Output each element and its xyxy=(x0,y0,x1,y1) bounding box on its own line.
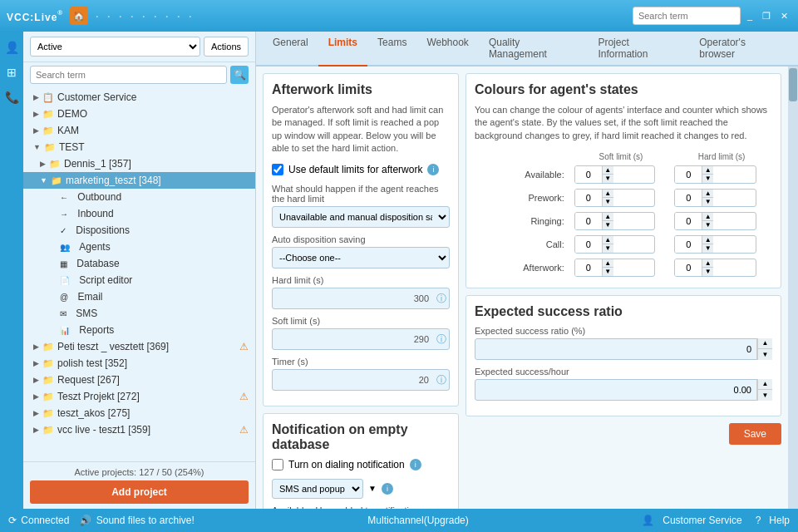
available-users-label: Available non-agent users xyxy=(272,505,308,509)
spin-prework-soft-up[interactable]: ▲ xyxy=(602,190,613,198)
tab-operators-browser[interactable]: Operator's browser xyxy=(689,32,791,66)
icon-bar-grid[interactable]: ⊞ xyxy=(2,63,21,81)
spin-ringing-hard-down[interactable]: ▼ xyxy=(702,221,713,229)
spin-ringing-hard-input[interactable] xyxy=(675,213,702,229)
sidebar-search-button[interactable]: 🔍 xyxy=(230,66,249,84)
restore-button[interactable]: ❐ xyxy=(759,9,774,23)
save-button[interactable]: Save xyxy=(729,423,781,445)
spin-prework-hard-input[interactable] xyxy=(675,190,702,206)
tree-item-peti[interactable]: ▶ 📁 Peti teszt _ vesztett [369] ⚠ xyxy=(23,338,255,355)
tab-limits[interactable]: Limits xyxy=(318,32,367,66)
spin-available-soft-down[interactable]: ▼ xyxy=(602,175,613,183)
spin-available-hard-down[interactable]: ▼ xyxy=(702,175,713,183)
tab-general[interactable]: General xyxy=(263,32,318,66)
top-search-input[interactable] xyxy=(633,7,741,25)
tab-webhook[interactable]: Webhook xyxy=(416,32,478,66)
auto-disposition-select[interactable]: --Choose one-- xyxy=(272,247,450,268)
timer-s-group: Timer (s) ⓘ xyxy=(272,357,450,391)
tree-item-marketing[interactable]: ▼ 📁 marketing_teszt [348] xyxy=(23,172,255,189)
spin-prework-soft-input[interactable] xyxy=(575,190,602,206)
tree-item-sms[interactable]: ✉ SMS xyxy=(23,305,255,322)
tree-item-database[interactable]: ▦ Database xyxy=(23,255,255,272)
spin-ringing-soft-input[interactable] xyxy=(575,213,602,229)
scroll-track[interactable] xyxy=(788,66,798,509)
spin-afterwork-hard-up[interactable]: ▲ xyxy=(702,259,713,268)
home-icon[interactable]: 🏠 xyxy=(70,7,88,25)
success-per-hour-down[interactable]: ▼ xyxy=(757,390,772,401)
tree-item-teszt-projekt[interactable]: ▶ 📁 Teszt Projekt [272] ⚠ xyxy=(23,388,255,405)
hard-limit-action-select[interactable]: Unavailable and manual disposition savin… xyxy=(272,206,450,228)
sms-popup-info-icon[interactable]: i xyxy=(382,483,393,495)
turn-on-dialing-checkbox[interactable] xyxy=(272,459,283,470)
tree-item-demo[interactable]: ▶ 📁 DEMO xyxy=(23,106,255,122)
timer-s-info-icon[interactable]: ⓘ xyxy=(436,372,446,387)
spin-afterwork-hard-down[interactable]: ▼ xyxy=(702,268,713,276)
tree-item-kam[interactable]: ▶ 📁 KAM xyxy=(23,122,255,139)
spin-afterwork-hard-input[interactable] xyxy=(675,259,702,276)
arrow-icon: ▶ xyxy=(33,409,39,417)
success-ratio-down[interactable]: ▼ xyxy=(757,349,772,360)
success-ratio-up[interactable]: ▲ xyxy=(757,338,772,349)
actions-button[interactable]: Actions xyxy=(204,37,249,57)
soft-limit-s-info-icon[interactable]: ⓘ xyxy=(436,332,446,346)
tree-item-polish[interactable]: ▶ 📁 polish test [352] xyxy=(23,355,255,372)
success-ratio-input[interactable] xyxy=(475,338,772,360)
minimize-button[interactable]: _ xyxy=(744,9,756,22)
timer-s-input[interactable] xyxy=(272,369,450,391)
scroll-thumb[interactable] xyxy=(789,68,797,101)
tree-item-dennis[interactable]: ▶ 📁 Dennis_1 [357] xyxy=(23,155,255,172)
spin-available-soft-up[interactable]: ▲ xyxy=(602,166,613,175)
colours-hard-header: Hard limit (s) xyxy=(671,150,772,163)
sidebar-search-input[interactable] xyxy=(30,66,227,84)
tree-item-request[interactable]: ▶ 📁 Request [267] xyxy=(23,372,255,388)
spin-available-hard-up[interactable]: ▲ xyxy=(702,166,713,175)
icon-bar-person[interactable]: 👤 xyxy=(2,38,21,57)
spin-call-soft-down[interactable]: ▼ xyxy=(602,244,613,253)
sms-popup-select[interactable]: SMS and popup xyxy=(272,479,363,499)
spin-ringing-soft-up[interactable]: ▲ xyxy=(602,213,613,221)
spin-afterwork-soft-down[interactable]: ▼ xyxy=(602,268,613,276)
use-default-checkbox[interactable] xyxy=(272,164,283,175)
spin-prework-hard-up[interactable]: ▲ xyxy=(702,190,713,198)
hard-limit-s-info-icon[interactable]: ⓘ xyxy=(436,291,446,305)
tab-quality[interactable]: Quality Management xyxy=(479,32,589,66)
spin-available-hard-input[interactable] xyxy=(675,166,702,183)
spin-call-soft-input[interactable] xyxy=(575,236,602,253)
success-per-hour-input[interactable] xyxy=(475,379,772,401)
spin-call-soft-up[interactable]: ▲ xyxy=(602,236,613,244)
dialing-info-icon[interactable]: i xyxy=(410,459,421,470)
tree-item-teszt-akos[interactable]: ▶ 📁 teszt_akos [275] xyxy=(23,405,255,421)
spin-afterwork-soft-up[interactable]: ▲ xyxy=(602,259,613,268)
sms-popup-arrow: ▼ xyxy=(368,484,377,493)
tree-item-agents[interactable]: 👥 Agents xyxy=(23,239,255,255)
tree-item-script-editor[interactable]: 📄 Script editor xyxy=(23,272,255,288)
tree-item-inbound[interactable]: → Inbound xyxy=(23,205,255,222)
tree-item-reports[interactable]: 📊 Reports xyxy=(23,322,255,338)
spin-call-hard-up[interactable]: ▲ xyxy=(702,236,713,244)
spin-ringing-hard-up[interactable]: ▲ xyxy=(702,213,713,221)
sidebar-active-dropdown[interactable]: Active xyxy=(30,37,200,57)
close-button[interactable]: ✕ xyxy=(777,9,791,23)
spin-prework-soft-down[interactable]: ▼ xyxy=(602,198,613,206)
success-per-hour-up[interactable]: ▲ xyxy=(757,379,772,390)
spin-prework-hard-down[interactable]: ▼ xyxy=(702,198,713,206)
icon-bar-phone[interactable]: 📞 xyxy=(2,88,21,106)
tree-item-test[interactable]: ▼ 📁 TEST xyxy=(23,139,255,155)
tree-item-vcc-live[interactable]: ▶ 📁 vcc live - teszt1 [359] ⚠ xyxy=(23,421,255,438)
spin-ringing-soft-down[interactable]: ▼ xyxy=(602,221,613,229)
spin-call-hard-down[interactable]: ▼ xyxy=(702,244,713,253)
spin-afterwork-soft-input[interactable] xyxy=(575,259,602,276)
tree-label: SMS xyxy=(76,308,249,319)
spin-available-soft-input[interactable] xyxy=(575,166,602,183)
tree-item-email[interactable]: @ Email xyxy=(23,288,255,305)
soft-limit-s-input[interactable] xyxy=(272,328,450,350)
spin-call-hard-input[interactable] xyxy=(675,236,702,253)
use-default-info-icon[interactable]: i xyxy=(427,164,439,175)
tab-teams[interactable]: Teams xyxy=(367,32,416,66)
tree-item-dispositions[interactable]: ✓ Dispositions xyxy=(23,222,255,239)
tree-item-outbound[interactable]: ← Outbound xyxy=(23,189,255,205)
tree-item-customer-service[interactable]: ▶ 📋 Customer Service xyxy=(23,89,255,106)
add-project-button[interactable]: Add project xyxy=(30,480,249,504)
tab-project-info[interactable]: Project Information xyxy=(588,32,689,66)
hard-limit-s-input[interactable] xyxy=(272,288,450,309)
